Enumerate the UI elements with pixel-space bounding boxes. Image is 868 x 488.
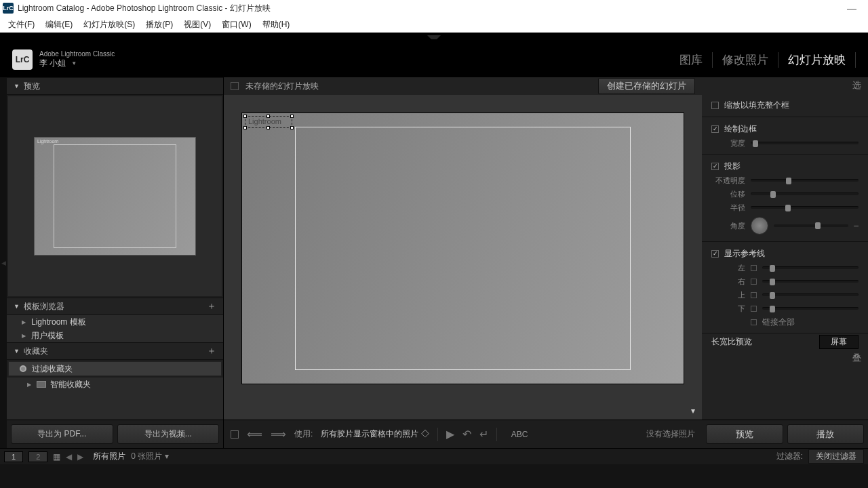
text-overlay-selected[interactable]: Lightroom: [245, 116, 292, 128]
guide-left-slider[interactable]: [762, 266, 859, 269]
smart-collections[interactable]: ▶智能收藏夹: [7, 378, 223, 391]
module-library[interactable]: 图库: [670, 52, 713, 68]
menu-play[interactable]: 播放(P): [140, 18, 178, 32]
lrc-badge-icon: LrC: [12, 49, 33, 70]
smart-collection-icon: [37, 381, 46, 388]
guide-bottom-checkbox[interactable]: [751, 306, 757, 312]
prev-slide-button[interactable]: ⟸: [247, 428, 262, 441]
export-pdf-button[interactable]: 导出为 PDF...: [11, 424, 113, 444]
aspect-dropdown[interactable]: 屏幕: [819, 335, 859, 349]
preview-thumbnail: Lightroom: [8, 96, 222, 296]
source-path[interactable]: 所有照片: [93, 451, 125, 462]
slideshow-saved-checkbox[interactable]: [231, 82, 239, 90]
filter-label: 过滤器:: [776, 451, 803, 462]
menu-slideshow[interactable]: 幻灯片放映(S): [78, 18, 140, 32]
template-browser-header[interactable]: ▼模板浏览器＋: [7, 298, 223, 315]
photo-count[interactable]: 0 张照片 ▾: [131, 451, 168, 462]
stop-button[interactable]: [231, 430, 239, 439]
user-name[interactable]: 李 小姐: [39, 58, 66, 69]
identity-menu-icon[interactable]: ▼: [71, 60, 77, 66]
preview-button[interactable]: 预览: [706, 424, 783, 444]
app-name: Adobe Lightroom Classic: [39, 50, 115, 58]
slide-image-frame: [295, 127, 631, 370]
module-develop[interactable]: 修改照片: [713, 52, 778, 68]
guide-top-slider[interactable]: [762, 293, 859, 296]
template-folder-lightroom[interactable]: ▶Lightroom 模板: [7, 315, 223, 329]
preview-panel-header[interactable]: ▼预览: [7, 77, 223, 95]
toolbar-dropdown-icon[interactable]: ▾: [691, 406, 695, 415]
menu-bar: 文件(F) 编辑(E) 幻灯片放映(S) 播放(P) 视图(V) 窗口(W) 帮…: [0, 16, 868, 33]
menu-view[interactable]: 视图(V): [178, 18, 216, 32]
text-tool-button[interactable]: ABC: [505, 428, 534, 441]
use-label: 使用:: [294, 428, 313, 440]
filter-collections-input[interactable]: 过滤收藏夹: [8, 361, 222, 376]
search-icon: [20, 365, 26, 372]
offset-slider[interactable]: [751, 192, 859, 195]
link-all-checkbox[interactable]: [751, 319, 757, 325]
app-icon: LrC: [3, 3, 14, 14]
minimize-button[interactable]: —: [838, 3, 865, 14]
guides-checkbox[interactable]: ✓: [711, 250, 719, 258]
menu-file[interactable]: 文件(F): [3, 18, 40, 32]
add-collection-button[interactable]: ＋: [207, 345, 216, 357]
rotate-ccw-button[interactable]: ↶: [462, 428, 471, 441]
nav-back-icon[interactable]: ◀: [66, 452, 72, 462]
nav-forward-icon[interactable]: ▶: [77, 452, 83, 462]
guide-right-checkbox[interactable]: [751, 279, 757, 285]
grid-view-icon[interactable]: ▦: [53, 452, 60, 462]
guide-bottom-slider[interactable]: [762, 307, 859, 310]
slideshow-title: 未存储的幻灯片放映: [245, 81, 319, 92]
stroke-width-slider[interactable]: [751, 142, 859, 144]
options-panel-header[interactable]: 选: [702, 77, 868, 94]
next-slide-button[interactable]: ⟹: [271, 428, 286, 441]
stroke-checkbox[interactable]: ✓: [711, 125, 719, 133]
radius-slider[interactable]: [751, 206, 859, 209]
slide-canvas[interactable]: Lightroom: [241, 113, 684, 384]
create-saved-slideshow-button[interactable]: 创建已存储的幻灯片: [598, 78, 695, 94]
opacity-slider[interactable]: [751, 179, 859, 182]
overlays-panel-header[interactable]: 叠: [702, 350, 868, 366]
rotate-cw-button[interactable]: ↵: [479, 428, 488, 441]
guide-right-slider[interactable]: [762, 280, 859, 283]
left-panel-toggle[interactable]: ◀: [1, 260, 6, 266]
menu-edit[interactable]: 编辑(E): [40, 18, 78, 32]
monitor-2-button[interactable]: 2: [28, 451, 47, 462]
angle-slider[interactable]: [774, 224, 848, 227]
filter-off-button[interactable]: 关闭过滤器: [808, 449, 864, 464]
zoom-fill-checkbox[interactable]: [711, 102, 719, 109]
play-button[interactable]: ▶: [446, 428, 454, 441]
menu-window[interactable]: 窗口(W): [216, 18, 256, 32]
use-dropdown[interactable]: 所有胶片显示窗格中的照片 ◇: [321, 428, 429, 440]
guide-left-checkbox[interactable]: [751, 265, 757, 271]
menu-help[interactable]: 帮助(H): [257, 18, 296, 32]
aspect-label: 长宽比预览: [711, 336, 752, 348]
shadow-checkbox[interactable]: ✓: [711, 163, 719, 170]
template-folder-user[interactable]: ▶用户模板: [7, 329, 223, 342]
top-panel-toggle[interactable]: [427, 35, 441, 39]
monitor-1-button[interactable]: 1: [4, 451, 23, 462]
selection-status: 没有选择照片: [646, 428, 695, 440]
guide-top-checkbox[interactable]: [751, 292, 757, 298]
export-video-button[interactable]: 导出为视频...: [117, 424, 220, 444]
collections-header[interactable]: ▼收藏夹＋: [7, 342, 223, 360]
filmstrip[interactable]: [0, 464, 868, 488]
add-template-button[interactable]: ＋: [207, 300, 216, 312]
play-slideshow-button[interactable]: 播放: [787, 424, 865, 444]
window-title: Lightroom Catalog - Adobe Photoshop Ligh…: [18, 3, 271, 14]
angle-dial[interactable]: [751, 217, 768, 235]
module-slideshow[interactable]: 幻灯片放映: [778, 52, 856, 68]
